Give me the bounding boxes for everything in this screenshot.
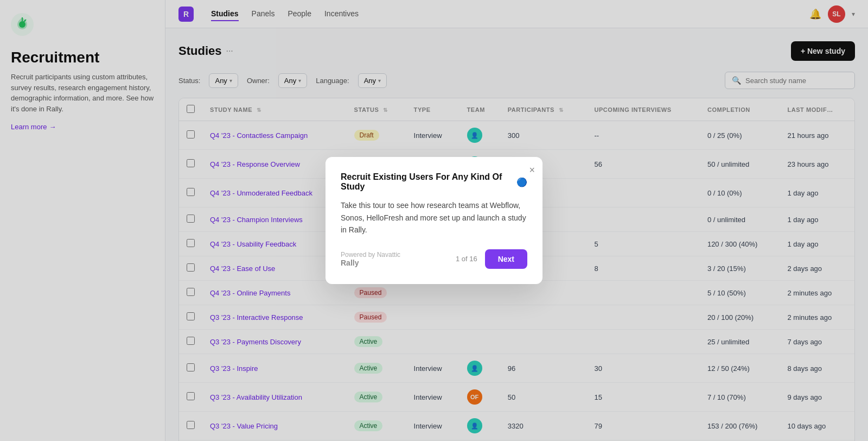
modal-body: Take this tour to see how research teams… — [341, 199, 527, 236]
modal-overlay[interactable]: × Recruit Existing Users For Any Kind Of… — [0, 0, 868, 441]
modal-footer: Powered by Navattic Rally 1 of 16 Next — [341, 249, 527, 269]
modal-title: Recruit Existing Users For Any Kind Of S… — [341, 172, 527, 192]
tour-modal: × Recruit Existing Users For Any Kind Of… — [326, 157, 542, 284]
modal-powered-label: Powered by Navattic — [341, 251, 400, 259]
modal-progress: 1 of 16 — [456, 255, 477, 263]
modal-next-button[interactable]: Next — [485, 249, 527, 269]
modal-right-section: 1 of 16 Next — [456, 249, 527, 269]
modal-powered-section: Powered by Navattic Rally — [341, 251, 400, 267]
modal-rally-label: Rally — [341, 259, 400, 267]
modal-close-button[interactable]: × — [529, 165, 535, 176]
modal-emoji: 🔵 — [516, 177, 527, 187]
